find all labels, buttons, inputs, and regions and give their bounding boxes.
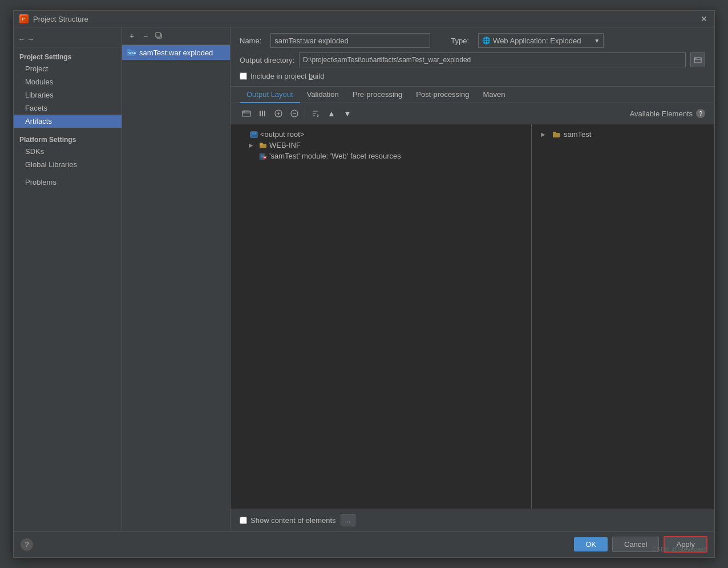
tree-item-web-inf[interactable]: ▶ WEB-INF <box>240 140 522 151</box>
facet-resource-icon: W <box>259 152 267 160</box>
sidebar-item-artifacts[interactable]: Artifacts <box>14 115 122 128</box>
folder-icon-web-inf <box>259 141 267 149</box>
right-panel: + − WAR <box>122 27 714 531</box>
create-directory-button[interactable] <box>240 107 253 120</box>
type-icon: 🌐 <box>482 36 491 44</box>
svg-rect-12 <box>262 111 263 116</box>
type-label: Type: <box>451 36 469 45</box>
tree-item-facet-resources[interactable]: W 'samTest' module: 'Web' facet resource… <box>240 151 522 161</box>
available-samtest-label: samTest <box>564 130 591 139</box>
platform-settings-header: Platform Settings <box>14 132 122 145</box>
facet-resources-label: 'samTest' module: 'Web' facet resources <box>269 152 401 160</box>
name-input[interactable] <box>270 33 430 48</box>
expand-icon-web-inf: ▶ <box>249 142 257 148</box>
tab-pre-processing[interactable]: Pre-processing <box>346 87 409 103</box>
svg-rect-13 <box>264 111 265 116</box>
toolbar-sep <box>305 108 305 119</box>
move-up-button[interactable]: ▲ <box>325 107 338 120</box>
svg-text:W: W <box>264 155 266 159</box>
include-in-build-checkbox[interactable] <box>240 72 247 80</box>
sidebar-toolbar: ← → <box>14 32 122 47</box>
add-artifact-button[interactable]: + <box>126 30 138 42</box>
tab-output-layout[interactable]: Output Layout <box>240 87 300 103</box>
web-inf-label: WEB-INF <box>269 141 301 149</box>
left-tree: <output root> ▶ <box>230 124 532 509</box>
bottom-bar: Show content of elements ... <box>230 509 714 531</box>
artifact-item-label: samTest:war exploded <box>139 48 213 57</box>
include-in-build-label: Include in project build <box>250 72 324 80</box>
expand-button[interactable] <box>256 107 269 120</box>
main-detail-area: Name: Type: 🌐 Web Application: Exploded … <box>230 27 714 531</box>
artifact-item-icon: WAR <box>127 48 136 57</box>
close-button[interactable]: ✕ <box>699 14 709 23</box>
tree-panel: <output root> ▶ <box>230 124 714 509</box>
dotdotdot-button[interactable]: ... <box>341 514 355 526</box>
right-tree: ▶ samTest <box>532 124 714 509</box>
nav-back-button[interactable]: ← <box>18 35 25 43</box>
tab-maven[interactable]: Maven <box>476 87 512 103</box>
dialog-footer: ? OK Cancel Apply <box>14 531 714 557</box>
available-item-samtest[interactable]: ▶ samTest <box>541 129 705 140</box>
tree-item-output-root[interactable]: <output root> <box>240 129 522 140</box>
title-bar-left: P Project Structure <box>19 14 88 23</box>
type-dropdown[interactable]: 🌐 Web Application: Exploded ▼ <box>478 33 604 48</box>
ok-button[interactable]: OK <box>574 537 608 551</box>
svg-text:P: P <box>22 17 25 22</box>
sidebar-item-modules[interactable]: Modules <box>14 75 122 88</box>
svg-rect-3 <box>156 33 160 37</box>
available-help-button[interactable]: ? <box>696 109 705 118</box>
svg-text:WAR: WAR <box>128 51 136 55</box>
sidebar-item-global-libraries[interactable]: Global Libraries <box>14 158 122 171</box>
tab-post-processing[interactable]: Post-processing <box>409 87 476 103</box>
watermark-text: CSDN @Stevedash <box>652 546 707 553</box>
output-layout-area: ▲ ▼ Available Elements ? <box>230 103 714 531</box>
sidebar-item-libraries[interactable]: Libraries <box>14 88 122 102</box>
include-in-build-row: Include in project build <box>240 72 705 80</box>
dialog-title: Project Structure <box>33 15 88 23</box>
help-button[interactable]: ? <box>21 538 33 551</box>
svg-rect-11 <box>260 111 261 116</box>
svg-rect-19 <box>252 135 256 135</box>
output-dir-row: Output directory: <box>240 52 705 67</box>
remove-element-button[interactable] <box>288 107 301 120</box>
artifacts-and-main: + − WAR <box>122 27 714 531</box>
app-icon: P <box>19 14 29 23</box>
tab-validation[interactable]: Validation <box>300 87 346 103</box>
sidebar-item-sdks[interactable]: SDKs <box>14 145 122 158</box>
available-elements-section: Available Elements ? <box>630 109 705 118</box>
copy-artifact-button[interactable] <box>153 30 165 42</box>
output-dir-label: Output directory: <box>240 56 294 64</box>
output-dir-input[interactable] <box>299 52 686 67</box>
sidebar: ← → Project Settings Project Modules Lib… <box>14 27 122 531</box>
output-root-label: <output root> <box>260 130 304 139</box>
title-bar: P Project Structure ✕ <box>14 11 714 27</box>
project-settings-header: Project Settings <box>14 50 122 62</box>
available-expand-samtest: ▶ <box>541 131 549 137</box>
sidebar-item-facets[interactable]: Facets <box>14 102 122 115</box>
add-element-button[interactable] <box>272 107 285 120</box>
sort-button[interactable] <box>309 107 322 120</box>
type-value: Web Application: Exploded <box>493 36 581 45</box>
available-folder-icon <box>552 131 560 139</box>
move-down-button[interactable]: ▼ <box>341 107 354 120</box>
project-structure-dialog: P Project Structure ✕ ← → Project Settin… <box>13 10 715 558</box>
remove-artifact-button[interactable]: − <box>139 30 152 42</box>
show-content-label: Show content of elements <box>250 516 336 525</box>
svg-rect-8 <box>694 58 697 59</box>
tabs-bar: Output Layout Validation Pre-processing … <box>230 87 714 103</box>
sidebar-item-problems[interactable]: Problems <box>14 176 122 189</box>
nav-forward-button[interactable]: → <box>27 35 34 43</box>
type-dropdown-arrow: ▼ <box>594 38 600 44</box>
main-header: Name: Type: 🌐 Web Application: Exploded … <box>230 27 714 87</box>
svg-rect-18 <box>252 133 256 134</box>
show-content-row: Show content of elements <box>240 516 336 525</box>
svg-rect-25 <box>553 133 560 137</box>
output-toolbar: ▲ ▼ Available Elements ? <box>230 103 714 124</box>
artifact-list-item[interactable]: WAR samTest:war exploded <box>122 45 230 60</box>
name-type-row: Name: Type: 🌐 Web Application: Exploded … <box>240 33 705 48</box>
name-label: Name: <box>240 36 261 45</box>
show-content-checkbox[interactable] <box>240 517 247 524</box>
browse-button[interactable] <box>690 52 705 67</box>
output-root-icon <box>250 131 258 139</box>
sidebar-item-project[interactable]: Project <box>14 62 122 75</box>
